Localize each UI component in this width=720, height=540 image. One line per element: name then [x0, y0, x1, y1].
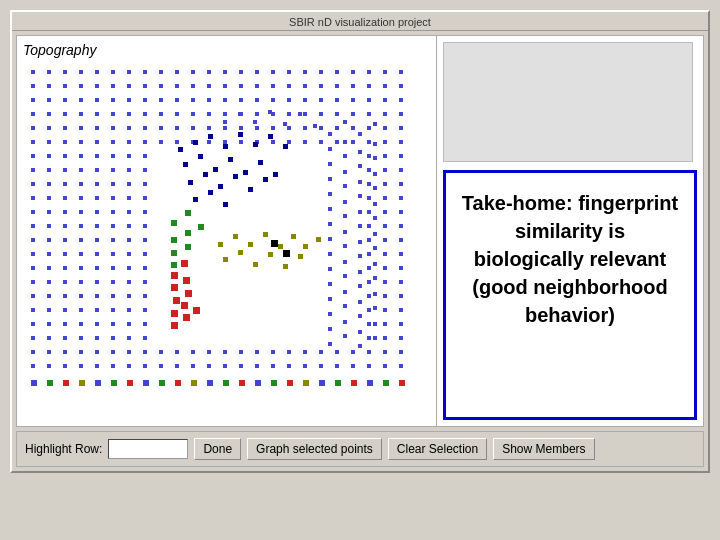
scatter-dot — [223, 202, 228, 207]
scatter-dot — [47, 126, 51, 130]
scatter-dot — [47, 266, 51, 270]
scatter-dot — [127, 70, 131, 74]
scatter-dot — [335, 380, 341, 386]
scatter-dot — [319, 350, 323, 354]
scatter-dot — [175, 140, 179, 144]
scatter-dot — [248, 242, 253, 247]
scatter-dot — [31, 266, 35, 270]
scatter-dot — [223, 112, 227, 116]
clear-selection-button[interactable]: Clear Selection — [388, 438, 487, 460]
scatter-dot — [198, 224, 204, 230]
scatter-dot — [335, 70, 339, 74]
scatter-dot — [255, 350, 259, 354]
scatter-dot — [95, 252, 99, 256]
scatter-plot — [23, 62, 418, 402]
scatter-dot — [358, 164, 362, 168]
scatter-dot — [143, 140, 147, 144]
scatter-dot — [383, 224, 387, 228]
scatter-dot — [351, 112, 355, 116]
graph-selected-button[interactable]: Graph selected points — [247, 438, 382, 460]
scatter-dot — [223, 126, 227, 130]
scatter-dot — [203, 172, 208, 177]
scatter-dot — [143, 252, 147, 256]
scatter-dot — [271, 98, 275, 102]
scatter-dot — [143, 84, 147, 88]
scatter-dot — [328, 192, 332, 196]
scatter-dot — [95, 322, 99, 326]
scatter-dot — [343, 120, 347, 124]
scatter-dot — [143, 380, 149, 386]
show-members-button[interactable]: Show Members — [493, 438, 594, 460]
scatter-dot — [223, 257, 228, 262]
scatter-dot — [373, 232, 377, 236]
scatter-dot — [335, 112, 339, 116]
scatter-dot — [399, 84, 403, 88]
scatter-dot — [228, 157, 233, 162]
scatter-dot — [143, 98, 147, 102]
scatter-dot — [111, 364, 115, 368]
scatter-dot — [373, 262, 377, 266]
scatter-dot — [399, 98, 403, 102]
scatter-dot — [343, 230, 347, 234]
done-button[interactable]: Done — [194, 438, 241, 460]
scatter-dot — [328, 252, 332, 256]
scatter-dot — [358, 314, 362, 318]
scatter-dot — [255, 84, 259, 88]
scatter-dot — [79, 336, 83, 340]
scatter-dot — [351, 380, 357, 386]
scatter-dot — [343, 244, 347, 248]
scatter-dot — [31, 210, 35, 214]
scatter-dot — [373, 292, 377, 296]
scatter-dot — [191, 364, 195, 368]
scatter-dot — [79, 280, 83, 284]
scatter-dot — [111, 98, 115, 102]
scatter-dot — [303, 70, 307, 74]
scatter-dot — [143, 70, 147, 74]
scatter-dot — [358, 150, 362, 154]
scatter-dot — [287, 98, 291, 102]
scatter-dot — [127, 126, 131, 130]
scatter-dot — [95, 126, 99, 130]
scatter-dot — [253, 142, 258, 147]
scatter-dot — [95, 154, 99, 158]
scatter-dot — [313, 124, 317, 128]
scatter-dot — [255, 112, 259, 116]
scatter-dot — [171, 272, 178, 279]
scatter-dot — [31, 112, 35, 116]
scatter-dot — [111, 70, 115, 74]
scatter-dot — [111, 224, 115, 228]
scatter-dot — [298, 112, 302, 116]
scatter-dot — [343, 170, 347, 174]
scatter-dot — [335, 350, 339, 354]
scatter-dot — [159, 84, 163, 88]
scatter-dot — [95, 210, 99, 214]
scatter-dot — [143, 308, 147, 312]
scatter-dot — [303, 112, 307, 116]
scatter-dot — [399, 196, 403, 200]
scatter-dot — [358, 210, 362, 214]
scatter-dot — [399, 322, 403, 326]
highlight-input[interactable] — [108, 439, 188, 459]
scatter-dot — [358, 180, 362, 184]
scatter-dot — [367, 70, 371, 74]
scatter-dot — [319, 112, 323, 116]
scatter-dot — [173, 297, 180, 304]
scatter-dot — [159, 98, 163, 102]
scatter-dot — [367, 364, 371, 368]
scatter-dot — [79, 140, 83, 144]
scatter-dot — [255, 70, 259, 74]
scatter-dot — [399, 238, 403, 242]
scatter-dot — [399, 266, 403, 270]
scatter-dot — [223, 120, 227, 124]
scatter-dot — [63, 336, 67, 340]
scatter-dot — [159, 350, 163, 354]
scatter-dot — [175, 112, 179, 116]
scatter-dot — [95, 70, 99, 74]
scatter-dot — [95, 182, 99, 186]
scatter-dot — [171, 322, 178, 329]
scatter-dot — [367, 98, 371, 102]
scatter-dot — [191, 70, 195, 74]
scatter-dot — [127, 98, 131, 102]
scatter-dot — [31, 280, 35, 284]
scatter-dot — [63, 126, 67, 130]
